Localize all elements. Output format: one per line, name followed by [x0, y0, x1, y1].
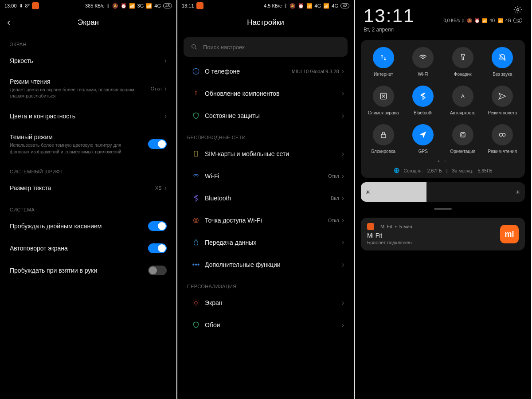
- row-label: Wi-Fi: [205, 172, 328, 180]
- drag-handle[interactable]: [355, 203, 531, 211]
- signal-icon: 📶: [129, 3, 135, 9]
- bluetooth-icon: [192, 194, 200, 202]
- row-label: Яркость: [10, 57, 164, 64]
- doubletap-wake-row: Пробуждать двойным касанием: [0, 215, 176, 237]
- page-indicator: ● ○: [364, 159, 522, 163]
- display-row[interactable]: Экран ›: [177, 292, 354, 314]
- row-label: О телефоне: [205, 68, 292, 75]
- qs-tile-фонарик[interactable]: Фонарик: [443, 47, 483, 77]
- info-icon: i: [192, 67, 200, 75]
- svg-text:i: i: [196, 69, 196, 74]
- signal-icon: 📶: [482, 18, 487, 23]
- chevron-right-icon: ›: [342, 194, 344, 202]
- qs-tile-bluetooth[interactable]: Bluetooth: [403, 86, 443, 115]
- svg-point-0: [192, 45, 196, 48]
- qs-tile-icon: [373, 124, 394, 145]
- bluetooth-row[interactable]: Bluetooth Вкл ›: [177, 187, 354, 209]
- security-row[interactable]: Состояние защиты ›: [177, 105, 354, 127]
- battery: 42: [513, 18, 522, 23]
- svg-line-1: [195, 48, 196, 49]
- update-row[interactable]: Обновление компонентов ›: [177, 82, 354, 105]
- qs-tile-icon: A: [452, 86, 473, 107]
- section-personalization: ПЕРСОНАЛИЗАЦИЯ: [177, 276, 354, 292]
- row-label: SIM-карты и мобильные сети: [205, 150, 342, 157]
- about-phone-row[interactable]: i О телефоне MIUI 10 Global 9.3.28 ›: [177, 60, 354, 82]
- qs-tile-ориентация[interactable]: Ориентация: [443, 124, 483, 154]
- mute-icon: 🔕: [289, 3, 296, 9]
- data-rate: 385 КБ/с: [85, 3, 105, 8]
- section-screen: ЭКРАН: [0, 34, 176, 50]
- sun-icon: [192, 299, 200, 307]
- qs-tile-без-звука[interactable]: Без звука: [483, 47, 523, 77]
- text-size-row[interactable]: Размер текста XS ›: [0, 177, 176, 199]
- svg-point-6: [194, 218, 199, 223]
- qs-tile-icon: [492, 47, 513, 68]
- row-value: Откл: [151, 86, 162, 91]
- net-type-1: 3G: [137, 3, 144, 8]
- wifi-icon: [192, 172, 200, 180]
- svg-rect-11: [381, 134, 386, 138]
- qs-tile-блокировка[interactable]: Блокировка: [364, 124, 403, 154]
- notif-app-name: Mi Fit: [380, 224, 392, 229]
- qs-tile-gps[interactable]: GPS: [403, 124, 443, 154]
- reading-mode-row[interactable]: Режим чтения Делает цвета на экране боле…: [0, 72, 176, 105]
- qs-tile-wi-fi[interactable]: Wi-Fi: [403, 47, 443, 77]
- row-subtitle: Использовать более темную цветовую палит…: [10, 142, 138, 154]
- status-bar: 13:11 4,5 КБ/с ᛒ 🔕 ⏰ 📶 4G 📶 4G 42: [177, 0, 354, 12]
- wallpaper-row[interactable]: Обои ›: [177, 314, 354, 336]
- row-label: Пробуждать двойным касанием: [10, 223, 148, 230]
- shade-clock: 13:11: [364, 5, 415, 27]
- svg-rect-12: [461, 133, 465, 137]
- qs-tile-режим-полета[interactable]: Режим полета: [483, 86, 523, 115]
- qs-tile-label: Автояркость: [450, 110, 476, 115]
- notif-title: Mi Fit: [367, 232, 496, 239]
- bluetooth-icon: ᛒ: [284, 3, 287, 8]
- wifi-row[interactable]: Wi-Fi Откл ›: [177, 165, 354, 187]
- data-transfer-row[interactable]: Передача данных ›: [177, 231, 354, 254]
- brightness-slider[interactable]: ☀ ☀: [361, 182, 525, 202]
- data-rate: 4,5 КБ/с: [264, 3, 282, 8]
- net-type-2: 4G: [154, 3, 161, 8]
- doubletap-toggle[interactable]: [148, 221, 167, 231]
- row-label: Дополнительные функции: [205, 261, 342, 268]
- search-input[interactable]: [203, 44, 340, 51]
- svg-point-13: [500, 133, 503, 137]
- signal-icon: 📶: [498, 18, 503, 23]
- qs-tile-автояркость[interactable]: AАвтояркость: [443, 86, 483, 115]
- search-bar[interactable]: [184, 37, 348, 57]
- gear-icon[interactable]: [513, 5, 522, 14]
- more-func-row[interactable]: ••• Дополнительные функции ›: [177, 254, 354, 276]
- mi-app-icon: [32, 2, 39, 9]
- chevron-right-icon: ›: [342, 90, 344, 98]
- dark-mode-toggle[interactable]: [148, 139, 167, 149]
- raise-wake-toggle[interactable]: [148, 266, 167, 275]
- row-value: MIUI 10 Global 9.3.28: [292, 69, 339, 74]
- chevron-right-icon: ›: [164, 112, 167, 120]
- sim-row[interactable]: SIM-карты и мобильные сети ›: [177, 143, 354, 165]
- hotspot-row[interactable]: Точка доступа Wi-Fi Откл ›: [177, 209, 354, 231]
- chevron-right-icon: ›: [342, 261, 344, 269]
- sun-low-icon: ☀: [365, 189, 371, 196]
- qs-tile-снимок-экрана[interactable]: Снимок экрана: [364, 86, 403, 115]
- separator: |: [446, 168, 448, 173]
- section-system: СИСТЕМА: [0, 199, 176, 215]
- signal-icon: 📶: [323, 3, 329, 9]
- qs-tile-режим-чтения[interactable]: Режим чтения: [483, 124, 523, 154]
- alarm-icon: ⏰: [474, 18, 480, 23]
- colors-row[interactable]: Цвета и контрастность ›: [0, 105, 176, 127]
- data-usage-footer[interactable]: 🌐 Сегодня: 2,67ГБ | За месяц: 5,65ГБ: [364, 168, 522, 173]
- clock: 13:00: [4, 3, 17, 8]
- usage-today-value: 2,67ГБ: [427, 168, 442, 173]
- row-label: Обновление компонентов: [205, 90, 342, 97]
- row-label: Размер текста: [10, 184, 155, 192]
- brightness-fill: [361, 182, 426, 202]
- notification-card[interactable]: Mi Fit • 5 мин. Mi Fit Браслет подключен…: [361, 218, 525, 250]
- brightness-row[interactable]: Яркость ›: [0, 50, 176, 72]
- net-type-2: 4G: [332, 3, 338, 8]
- notif-body: Браслет подключен: [367, 240, 496, 245]
- chevron-right-icon: ›: [342, 67, 344, 75]
- autorotate-toggle[interactable]: [148, 243, 167, 253]
- qs-tile-интернет[interactable]: Интернет: [364, 47, 403, 77]
- display-settings-screen: 13:00 ⬇ 8° 385 КБ/с ᛒ 🔕 ⏰ 📶 3G 📶 4G 45 ‹…: [0, 0, 177, 399]
- page-title: Экран: [0, 18, 176, 27]
